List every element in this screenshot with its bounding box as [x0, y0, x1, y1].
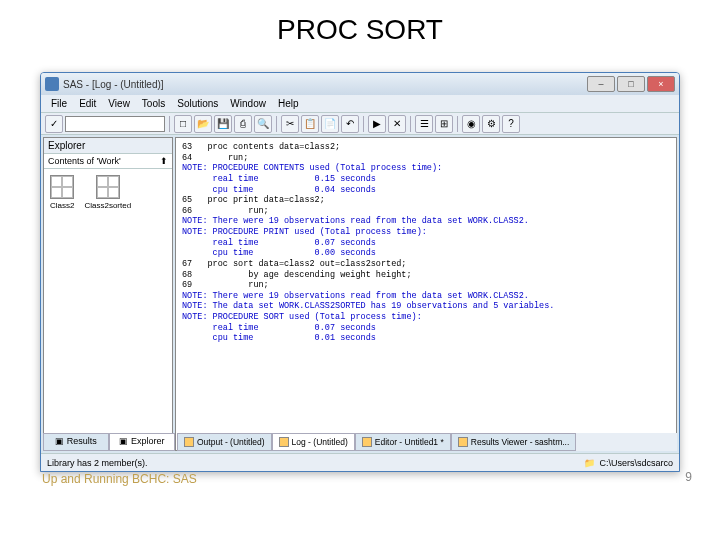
check-icon[interactable]: ✓ [45, 115, 63, 133]
explorer-location: Contents of 'Work' [48, 156, 121, 166]
paste-icon[interactable]: 📄 [321, 115, 339, 133]
explorer-subtitle: Contents of 'Work' ⬆ [44, 154, 172, 169]
separator [276, 116, 277, 132]
tab-label: Output - (Untitled) [197, 437, 265, 447]
separator [169, 116, 170, 132]
separator [410, 116, 411, 132]
tool-icon[interactable]: ⊞ [435, 115, 453, 133]
tool-icon[interactable]: ☰ [415, 115, 433, 133]
window-tab[interactable]: Log - (Untitled) [272, 433, 355, 451]
explorer-panel: Explorer Contents of 'Work' ⬆ Class2Clas… [43, 137, 173, 451]
status-left: Library has 2 member(s). [47, 458, 148, 468]
window-tab[interactable]: Results Viewer - sashtm... [451, 433, 577, 451]
statusbar: Library has 2 member(s). 📁 C:\Users\sdcs… [41, 453, 679, 471]
toolbar: ✓ □ 📂 💾 ⎙ 🔍 ✂ 📋 📄 ↶ ▶ ✕ ☰ ⊞ ◉ ⚙ ? [41, 113, 679, 135]
sidebar-tabs: ▣ Results▣ Explorer [43, 433, 175, 451]
stop-icon[interactable]: ✕ [388, 115, 406, 133]
app-icon [45, 77, 59, 91]
menu-item-edit[interactable]: Edit [73, 96, 102, 111]
sas-window: SAS - [Log - (Untitled)] – □ × FileEditV… [40, 72, 680, 472]
tool-icon[interactable]: ◉ [462, 115, 480, 133]
separator [363, 116, 364, 132]
table-icon [96, 175, 120, 199]
tab-label: Editor - Untitled1 * [375, 437, 444, 447]
library-item-label: Class2 [50, 201, 74, 210]
menu-item-tools[interactable]: Tools [136, 96, 171, 111]
window-tab[interactable]: Output - (Untitled) [177, 433, 272, 451]
open-icon[interactable]: 📂 [194, 115, 212, 133]
tab-label: Log - (Untitled) [292, 437, 348, 447]
new-icon[interactable]: □ [174, 115, 192, 133]
command-input[interactable] [65, 116, 165, 132]
menu-item-view[interactable]: View [102, 96, 136, 111]
window-title: SAS - [Log - (Untitled)] [63, 79, 587, 90]
separator [457, 116, 458, 132]
slide-footer: Up and Running BCHC: SAS [42, 472, 197, 486]
bottom-tabs: Output - (Untitled)Log - (Untitled)Edito… [177, 433, 677, 451]
sidebar-tab-results[interactable]: ▣ Results [43, 433, 109, 451]
tab-icon [184, 437, 194, 447]
preview-icon[interactable]: 🔍 [254, 115, 272, 133]
close-button[interactable]: × [647, 76, 675, 92]
up-icon[interactable]: ⬆ [160, 156, 168, 166]
print-icon[interactable]: ⎙ [234, 115, 252, 133]
cut-icon[interactable]: ✂ [281, 115, 299, 133]
window-controls: – □ × [587, 76, 675, 92]
save-icon[interactable]: 💾 [214, 115, 232, 133]
library-item-label: Class2sorted [84, 201, 131, 210]
sidebar-tab-explorer[interactable]: ▣ Explorer [109, 433, 175, 451]
window-tab[interactable]: Editor - Untitled1 * [355, 433, 451, 451]
explorer-body: Class2Class2sorted [44, 169, 172, 450]
submit-icon[interactable]: ▶ [368, 115, 386, 133]
tab-icon: ▣ [55, 436, 64, 446]
tab-icon [362, 437, 372, 447]
library-item[interactable]: Class2 [50, 175, 74, 210]
tab-icon: ▣ [119, 436, 128, 446]
tool-icon[interactable]: ⚙ [482, 115, 500, 133]
explorer-title: Explorer [44, 138, 172, 154]
menu-item-help[interactable]: Help [272, 96, 305, 111]
maximize-button[interactable]: □ [617, 76, 645, 92]
page-number: 9 [685, 470, 692, 484]
table-icon [50, 175, 74, 199]
tab-label: Results Viewer - sashtm... [471, 437, 570, 447]
status-path: C:\Users\sdcsarco [599, 458, 673, 468]
menu-item-solutions[interactable]: Solutions [171, 96, 224, 111]
help-icon[interactable]: ? [502, 115, 520, 133]
tab-icon [458, 437, 468, 447]
main-area: Explorer Contents of 'Work' ⬆ Class2Clas… [41, 135, 679, 453]
folder-icon: 📁 [584, 458, 595, 468]
library-item[interactable]: Class2sorted [84, 175, 131, 210]
minimize-button[interactable]: – [587, 76, 615, 92]
tab-icon [279, 437, 289, 447]
menu-item-window[interactable]: Window [224, 96, 272, 111]
copy-icon[interactable]: 📋 [301, 115, 319, 133]
titlebar[interactable]: SAS - [Log - (Untitled)] – □ × [41, 73, 679, 95]
slide-title: PROC SORT [0, 0, 720, 54]
undo-icon[interactable]: ↶ [341, 115, 359, 133]
status-right: 📁 C:\Users\sdcsarco [584, 458, 673, 468]
log-pane[interactable]: 63 proc contents data=class2;64 run;NOTE… [175, 137, 677, 451]
menubar: FileEditViewToolsSolutionsWindowHelp [41, 95, 679, 113]
menu-item-file[interactable]: File [45, 96, 73, 111]
